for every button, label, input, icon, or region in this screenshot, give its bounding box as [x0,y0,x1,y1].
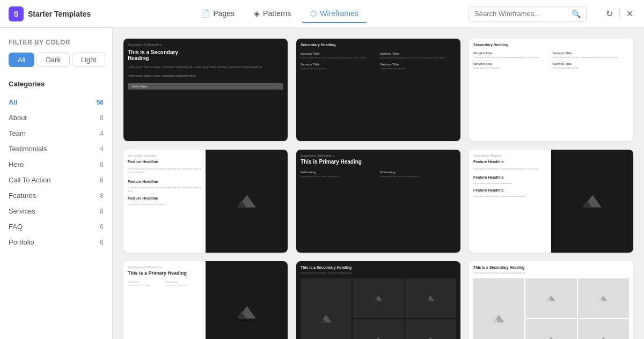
category-all-label: All [9,98,18,106]
templates-grid-container: Supporting Subheading This is a Secondar… [113,28,644,339]
template-preview: Secondary Heading Service Title Lorem ip… [296,39,460,141]
template-preview: Supporting Subheading This is a Secondar… [123,39,288,141]
template-card[interactable]: Secondary Heading Feature Headline Lorem… [469,150,633,252]
search-box[interactable]: 🔍 [469,6,587,22]
color-filters: All Dark Light [9,53,104,67]
sidebar: Filter by Color All Dark Light Categorie… [0,28,113,339]
filter-label: Filter by Color [9,39,104,46]
templates-grid: Supporting Subheading This is a Secondar… [123,39,633,339]
template-preview: Supporting Subheading This is a Primary … [123,261,288,340]
template-card[interactable]: This is a Secondary Heading Lorem ipsum … [296,261,460,340]
category-faq-label: FAQ [9,223,23,231]
sidebar-item-team[interactable]: Team 4 [9,126,104,141]
template-card[interactable]: Supporting Subheading This is Primary He… [296,150,460,252]
main-layout: Filter by Color All Dark Light Categorie… [0,28,644,339]
tab-wireframes[interactable]: ⬡ Wireframes [302,5,367,23]
patterns-icon: ◈ [254,9,260,18]
refresh-button[interactable]: ↻ [604,6,615,21]
tab-patterns-label: Patterns [263,9,291,18]
sidebar-item-cta[interactable]: Call To Action 6 [9,172,104,188]
template-preview: Secondary Heading Feature Headline Lorem… [469,150,633,252]
header-actions: ↻ ✕ [604,6,635,21]
tab-pages-label: Pages [213,9,235,18]
tab-patterns[interactable]: ◈ Patterns [245,5,299,23]
category-hero-count: 6 [100,161,104,168]
logo: S Starter Templates [9,6,91,21]
svg-marker-22 [547,336,555,339]
category-about-count: 8 [100,114,104,122]
tab-pages[interactable]: 📄 Pages [192,5,243,23]
app-header: S Starter Templates 📄 Pages ◈ Patterns ⬡… [0,0,644,28]
category-all-count: 56 [97,99,104,106]
sidebar-item-about[interactable]: About 8 [9,110,104,126]
category-cta-label: Call To Action [9,176,51,184]
category-hero-label: Hero [9,160,24,168]
category-about-label: About [9,114,27,122]
template-preview: Secondary Heading Service Title Lorem ip… [469,39,633,141]
sidebar-item-testimonials[interactable]: Testimonials 4 [9,141,104,157]
sidebar-item-all[interactable]: All 56 [9,94,104,110]
category-testimonials-count: 4 [100,145,104,153]
sidebar-item-features[interactable]: Features 8 [9,188,104,203]
template-card[interactable]: Secondary Heading Feature Headline Lorem… [123,150,288,252]
tab-wireframes-label: Wireframes [320,9,358,18]
search-input[interactable] [474,10,568,18]
category-faq-count: 6 [100,223,104,231]
template-preview: This is a Secondary Heading Lorem ipsum … [469,261,633,340]
category-team-count: 4 [100,130,104,137]
app-name: Starter Templates [28,10,91,18]
category-cta-count: 6 [100,176,104,184]
svg-marker-12 [374,336,382,339]
filter-dark[interactable]: Dark [36,53,69,67]
category-team-label: Team [9,129,26,137]
sidebar-item-hero[interactable]: Hero 6 [9,157,104,172]
template-preview: Secondary Heading Feature Headline Lorem… [123,150,288,252]
template-card[interactable]: Supporting Subheading This is a Secondar… [123,39,288,141]
template-card[interactable]: Supporting Subheading This is a Primary … [123,261,288,340]
category-services-count: 8 [100,208,104,215]
category-features-label: Features [9,191,36,200]
template-card[interactable]: This is a Secondary Heading Lorem ipsum … [469,261,633,340]
category-portfolio-label: Portfolio [9,238,34,246]
filter-all[interactable]: All [9,53,34,67]
sidebar-item-services[interactable]: Services 8 [9,203,104,219]
category-features-count: 8 [100,192,104,200]
template-card[interactable]: Secondary Heading Service Title Lorem ip… [469,39,633,141]
close-button[interactable]: ✕ [624,6,635,21]
logo-icon: S [9,6,24,21]
search-icon: 🔍 [572,10,581,18]
template-preview: This is a Secondary Heading Lorem ipsum … [296,261,460,340]
category-testimonials-label: Testimonials [9,145,47,153]
sidebar-item-portfolio[interactable]: Portfolio 6 [9,234,104,250]
wireframes-icon: ⬡ [310,9,317,18]
pages-icon: 📄 [201,9,210,18]
nav-tabs: 📄 Pages ◈ Patterns ⬡ Wireframes [104,5,456,23]
svg-marker-14 [427,336,435,339]
sidebar-item-faq[interactable]: FAQ 6 [9,219,104,234]
category-portfolio-count: 6 [100,239,104,246]
template-preview: Supporting Subheading This is Primary He… [296,150,460,252]
filter-light[interactable]: Light [72,53,105,67]
template-card[interactable]: Secondary Heading Service Title Lorem ip… [296,39,460,141]
header-divider [619,9,620,19]
categories-label: Categories [9,80,104,88]
svg-marker-24 [599,336,608,339]
category-services-label: Services [9,207,35,215]
